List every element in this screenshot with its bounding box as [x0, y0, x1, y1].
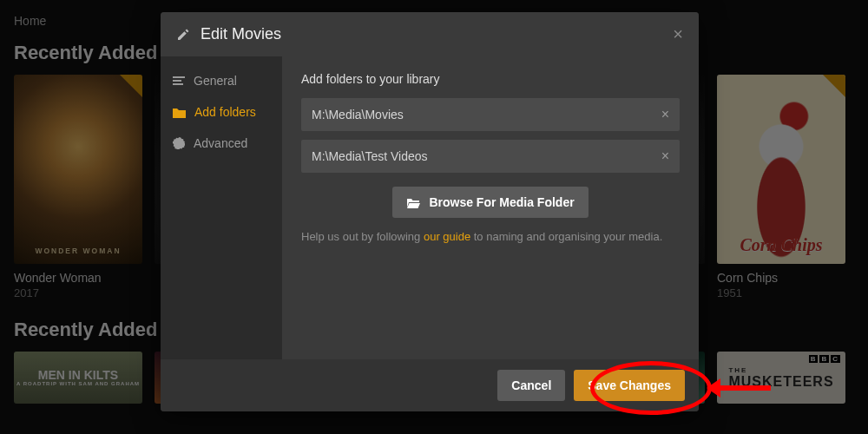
folder-path-row: M:\Media\Test Videos ×	[301, 140, 680, 173]
close-button[interactable]: ×	[673, 24, 683, 44]
folder-open-icon	[406, 196, 420, 208]
help-text: Help us out by following our guide to na…	[301, 230, 680, 243]
modal-content: Add folders to your library M:\Media\Mov…	[282, 56, 699, 359]
svg-rect-1	[173, 80, 181, 82]
modal-sidebar: General Add folders Advanced	[161, 56, 282, 359]
browse-button-label: Browse For Media Folder	[429, 195, 574, 209]
help-text-pre: Help us out by following	[301, 230, 424, 243]
svg-rect-2	[173, 83, 183, 85]
remove-folder-button[interactable]: ×	[661, 107, 669, 122]
svg-rect-0	[173, 76, 185, 78]
browse-folder-button[interactable]: Browse For Media Folder	[392, 187, 588, 218]
folder-path-text: M:\Media\Movies	[312, 108, 404, 122]
sidebar-item-label: Add folders	[194, 105, 256, 119]
sidebar-item-general[interactable]: General	[161, 65, 282, 96]
gear-icon	[173, 137, 185, 149]
folder-icon	[173, 107, 186, 118]
modal-footer: Cancel Save Changes	[161, 359, 699, 411]
help-text-post: to naming and organising your media.	[470, 230, 662, 243]
sidebar-item-advanced[interactable]: Advanced	[161, 128, 282, 159]
save-changes-button[interactable]: Save Changes	[574, 370, 685, 401]
modal-header: Edit Movies ×	[161, 12, 699, 56]
sidebar-item-add-folders[interactable]: Add folders	[161, 96, 282, 128]
sidebar-item-label: General	[194, 74, 237, 88]
list-icon	[173, 75, 185, 87]
folder-path-row: M:\Media\Movies ×	[301, 98, 680, 131]
edit-library-modal: Edit Movies × General Add folders Adva	[161, 12, 699, 411]
folder-path-text: M:\Media\Test Videos	[312, 149, 428, 163]
remove-folder-button[interactable]: ×	[661, 148, 669, 164]
help-guide-link[interactable]: our guide	[424, 230, 470, 243]
pencil-icon	[176, 28, 190, 42]
cancel-button[interactable]: Cancel	[497, 370, 565, 401]
content-heading: Add folders to your library	[301, 72, 680, 86]
modal-title: Edit Movies	[201, 25, 281, 43]
sidebar-item-label: Advanced	[194, 136, 247, 150]
